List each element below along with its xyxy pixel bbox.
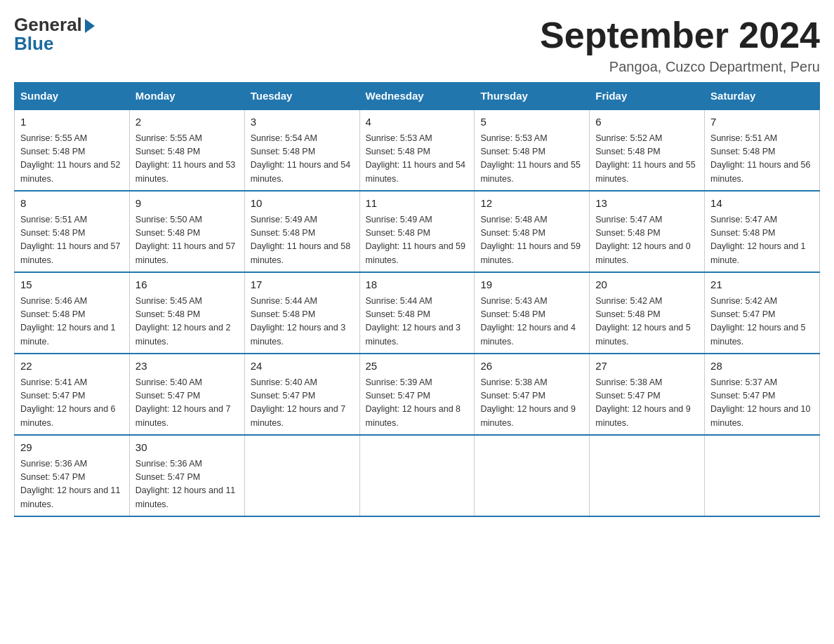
calendar-cell — [590, 435, 705, 516]
calendar-header-row: SundayMondayTuesdayWednesdayThursdayFrid… — [15, 83, 820, 110]
calendar-header-thursday: Thursday — [475, 83, 590, 110]
calendar-cell: 2 Sunrise: 5:55 AMSunset: 5:48 PMDayligh… — [129, 109, 244, 191]
day-number: 2 — [135, 114, 239, 130]
day-number: 8 — [20, 196, 124, 212]
day-number: 4 — [366, 114, 469, 130]
calendar-cell: 21 Sunrise: 5:42 AMSunset: 5:47 PMDaylig… — [705, 272, 820, 354]
calendar-cell: 24 Sunrise: 5:40 AMSunset: 5:47 PMDaylig… — [244, 354, 359, 435]
calendar-cell: 9 Sunrise: 5:50 AMSunset: 5:48 PMDayligh… — [129, 191, 244, 272]
day-number: 23 — [135, 358, 239, 375]
day-info: Sunrise: 5:38 AMSunset: 5:47 PMDaylight:… — [480, 377, 576, 428]
day-info: Sunrise: 5:36 AMSunset: 5:47 PMDaylight:… — [135, 459, 235, 509]
calendar-table: SundayMondayTuesdayWednesdayThursdayFrid… — [14, 82, 820, 517]
day-info: Sunrise: 5:47 AMSunset: 5:48 PMDaylight:… — [595, 215, 691, 265]
day-number: 15 — [20, 277, 124, 293]
day-number: 19 — [480, 277, 583, 293]
day-number: 27 — [595, 358, 699, 375]
day-info: Sunrise: 5:53 AMSunset: 5:48 PMDaylight:… — [480, 133, 580, 184]
calendar-cell: 25 Sunrise: 5:39 AMSunset: 5:47 PMDaylig… — [359, 354, 475, 435]
day-info: Sunrise: 5:46 AMSunset: 5:48 PMDaylight:… — [20, 296, 116, 347]
calendar-cell: 29 Sunrise: 5:36 AMSunset: 5:47 PMDaylig… — [15, 435, 130, 516]
calendar-cell: 5 Sunrise: 5:53 AMSunset: 5:48 PMDayligh… — [475, 109, 590, 191]
calendar-cell: 30 Sunrise: 5:36 AMSunset: 5:47 PMDaylig… — [129, 435, 244, 516]
day-number: 6 — [595, 114, 699, 130]
day-info: Sunrise: 5:52 AMSunset: 5:48 PMDaylight:… — [595, 133, 695, 184]
day-info: Sunrise: 5:48 AMSunset: 5:48 PMDaylight:… — [480, 215, 580, 265]
day-info: Sunrise: 5:36 AMSunset: 5:47 PMDaylight:… — [20, 459, 120, 509]
day-number: 25 — [366, 358, 469, 375]
calendar-cell: 27 Sunrise: 5:38 AMSunset: 5:47 PMDaylig… — [590, 354, 705, 435]
day-info: Sunrise: 5:53 AMSunset: 5:48 PMDaylight:… — [366, 133, 465, 184]
day-info: Sunrise: 5:47 AMSunset: 5:48 PMDaylight:… — [710, 215, 806, 265]
calendar-header-sunday: Sunday — [15, 83, 130, 110]
calendar-week-row: 22 Sunrise: 5:41 AMSunset: 5:47 PMDaylig… — [15, 354, 820, 435]
calendar-cell: 23 Sunrise: 5:40 AMSunset: 5:47 PMDaylig… — [129, 354, 244, 435]
calendar-cell: 11 Sunrise: 5:49 AMSunset: 5:48 PMDaylig… — [359, 191, 475, 272]
day-number: 14 — [710, 196, 814, 212]
calendar-cell: 10 Sunrise: 5:49 AMSunset: 5:48 PMDaylig… — [244, 191, 359, 272]
location: Pangoa, Cuzco Department, Peru — [540, 59, 820, 75]
day-info: Sunrise: 5:51 AMSunset: 5:48 PMDaylight:… — [20, 215, 120, 265]
day-number: 26 — [480, 358, 583, 375]
calendar-cell — [475, 435, 590, 516]
day-info: Sunrise: 5:50 AMSunset: 5:48 PMDaylight:… — [135, 215, 235, 265]
day-number: 1 — [20, 114, 124, 130]
calendar-cell: 28 Sunrise: 5:37 AMSunset: 5:47 PMDaylig… — [705, 354, 820, 435]
logo-blue-text: Blue — [14, 33, 53, 55]
logo-arrow-icon — [85, 19, 95, 33]
day-number: 24 — [251, 358, 354, 375]
calendar-cell: 20 Sunrise: 5:42 AMSunset: 5:48 PMDaylig… — [590, 272, 705, 354]
calendar-cell — [244, 435, 359, 516]
calendar-cell: 26 Sunrise: 5:38 AMSunset: 5:47 PMDaylig… — [475, 354, 590, 435]
calendar-header-saturday: Saturday — [705, 83, 820, 110]
day-number: 21 — [710, 277, 814, 293]
day-info: Sunrise: 5:42 AMSunset: 5:48 PMDaylight:… — [595, 296, 691, 347]
day-info: Sunrise: 5:51 AMSunset: 5:48 PMDaylight:… — [710, 133, 810, 184]
calendar-cell: 8 Sunrise: 5:51 AMSunset: 5:48 PMDayligh… — [15, 191, 130, 272]
day-info: Sunrise: 5:45 AMSunset: 5:48 PMDaylight:… — [135, 296, 231, 347]
day-info: Sunrise: 5:55 AMSunset: 5:48 PMDaylight:… — [135, 133, 235, 184]
day-number: 13 — [595, 196, 699, 212]
calendar-cell: 15 Sunrise: 5:46 AMSunset: 5:48 PMDaylig… — [15, 272, 130, 354]
day-info: Sunrise: 5:41 AMSunset: 5:47 PMDaylight:… — [20, 377, 116, 428]
calendar-cell: 22 Sunrise: 5:41 AMSunset: 5:47 PMDaylig… — [15, 354, 130, 435]
day-number: 17 — [251, 277, 354, 293]
day-number: 3 — [251, 114, 354, 130]
calendar-cell: 12 Sunrise: 5:48 AMSunset: 5:48 PMDaylig… — [475, 191, 590, 272]
day-info: Sunrise: 5:49 AMSunset: 5:48 PMDaylight:… — [366, 215, 465, 265]
day-number: 22 — [20, 358, 124, 375]
calendar-week-row: 15 Sunrise: 5:46 AMSunset: 5:48 PMDaylig… — [15, 272, 820, 354]
calendar-cell — [705, 435, 820, 516]
calendar-header-wednesday: Wednesday — [359, 83, 475, 110]
page-header: General Blue September 2024 Pangoa, Cuzc… — [14, 14, 820, 75]
calendar-cell: 7 Sunrise: 5:51 AMSunset: 5:48 PMDayligh… — [705, 109, 820, 191]
calendar-cell — [359, 435, 475, 516]
calendar-header-monday: Monday — [129, 83, 244, 110]
day-info: Sunrise: 5:49 AMSunset: 5:48 PMDaylight:… — [251, 215, 350, 265]
calendar-header-friday: Friday — [590, 83, 705, 110]
calendar-cell: 4 Sunrise: 5:53 AMSunset: 5:48 PMDayligh… — [359, 109, 475, 191]
day-number: 10 — [251, 196, 354, 212]
calendar-cell: 17 Sunrise: 5:44 AMSunset: 5:48 PMDaylig… — [244, 272, 359, 354]
day-number: 9 — [135, 196, 239, 212]
calendar-header-tuesday: Tuesday — [244, 83, 359, 110]
calendar-cell: 19 Sunrise: 5:43 AMSunset: 5:48 PMDaylig… — [475, 272, 590, 354]
calendar-week-row: 1 Sunrise: 5:55 AMSunset: 5:48 PMDayligh… — [15, 109, 820, 191]
day-info: Sunrise: 5:38 AMSunset: 5:47 PMDaylight:… — [595, 377, 691, 428]
calendar-week-row: 29 Sunrise: 5:36 AMSunset: 5:47 PMDaylig… — [15, 435, 820, 516]
calendar-week-row: 8 Sunrise: 5:51 AMSunset: 5:48 PMDayligh… — [15, 191, 820, 272]
day-number: 11 — [366, 196, 469, 212]
calendar-cell: 3 Sunrise: 5:54 AMSunset: 5:48 PMDayligh… — [244, 109, 359, 191]
day-info: Sunrise: 5:37 AMSunset: 5:47 PMDaylight:… — [710, 377, 810, 428]
calendar-cell: 18 Sunrise: 5:44 AMSunset: 5:48 PMDaylig… — [359, 272, 475, 354]
day-info: Sunrise: 5:39 AMSunset: 5:47 PMDaylight:… — [366, 377, 461, 428]
day-info: Sunrise: 5:55 AMSunset: 5:48 PMDaylight:… — [20, 133, 120, 184]
day-number: 7 — [710, 114, 814, 130]
day-number: 18 — [366, 277, 469, 293]
calendar-cell: 16 Sunrise: 5:45 AMSunset: 5:48 PMDaylig… — [129, 272, 244, 354]
day-number: 28 — [710, 358, 814, 375]
calendar-cell: 1 Sunrise: 5:55 AMSunset: 5:48 PMDayligh… — [15, 109, 130, 191]
calendar-cell: 13 Sunrise: 5:47 AMSunset: 5:48 PMDaylig… — [590, 191, 705, 272]
day-number: 16 — [135, 277, 239, 293]
day-info: Sunrise: 5:44 AMSunset: 5:48 PMDaylight:… — [251, 296, 346, 347]
